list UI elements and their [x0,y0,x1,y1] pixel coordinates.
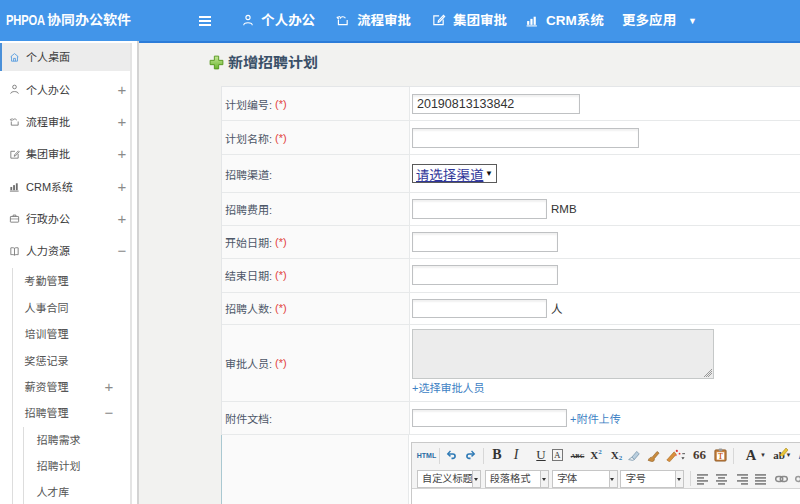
svg-text:T: T [718,452,723,461]
